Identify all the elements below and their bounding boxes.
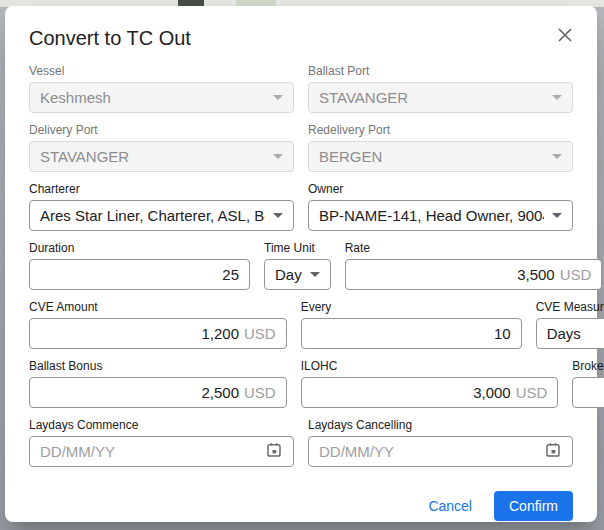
rate-label: Rate — [345, 241, 603, 255]
row-bonus-commissions: Ballast Bonus USD ILOHC USD Broker Commi… — [29, 359, 573, 408]
owner-label: Owner — [308, 182, 573, 196]
cve-amount-input[interactable] — [40, 325, 239, 342]
delivery-port-select: STAVANGER — [29, 141, 294, 172]
calendar-icon — [544, 441, 562, 462]
chevron-down-icon — [552, 213, 562, 218]
chevron-down-icon — [552, 95, 562, 100]
ilohc-box: USD — [301, 377, 559, 408]
cve-measurement-select[interactable]: Days — [536, 318, 604, 349]
time-unit-value: Day — [275, 266, 302, 283]
rate-box: USD — [345, 259, 603, 290]
every-input[interactable] — [312, 325, 511, 342]
convert-to-tc-out-dialog: Convert to TC Out Vessel Keshmesh Ballas… — [5, 6, 597, 522]
laydays-commence-box — [29, 436, 294, 467]
laydays-commence-input[interactable] — [40, 443, 259, 460]
ilohc-label: ILOHC — [301, 359, 559, 373]
rate-suffix: USD — [560, 266, 592, 283]
charterer-field: Charterer Ares Star Liner, Charterer, AS… — [29, 182, 294, 231]
ilohc-input[interactable] — [312, 384, 511, 401]
cancel-button[interactable]: Cancel — [420, 492, 480, 520]
laydays-cancelling-datepicker-button[interactable] — [544, 441, 562, 462]
owner-value: BP-NAME-141, Head Owner, 90046... — [319, 207, 544, 224]
vessel-field: Vessel Keshmesh — [29, 64, 294, 113]
laydays-cancelling-label: Laydays Cancelling — [308, 418, 573, 432]
laydays-cancelling-field: Laydays Cancelling — [308, 418, 573, 467]
redelivery-port-select: BERGEN — [308, 141, 573, 172]
vessel-value: Keshmesh — [40, 89, 265, 106]
time-unit-select[interactable]: Day — [264, 259, 331, 290]
laydays-commence-field: Laydays Commence — [29, 418, 294, 467]
duration-input[interactable] — [40, 266, 239, 283]
ballast-bonus-box: USD — [29, 377, 287, 408]
owner-select[interactable]: BP-NAME-141, Head Owner, 90046... — [308, 200, 573, 231]
duration-field: Duration — [29, 241, 250, 290]
row-delivery-redelivery: Delivery Port STAVANGER Redelivery Port … — [29, 123, 573, 172]
duration-box — [29, 259, 250, 290]
row-laydays: Laydays Commence Laydays Cancelling — [29, 418, 573, 467]
row-duration-rate: Duration Time Unit Day Rate USD Currency… — [29, 241, 573, 290]
chevron-down-icon — [273, 154, 283, 159]
dialog-title: Convert to TC Out — [29, 26, 191, 50]
redelivery-port-label: Redelivery Port — [308, 123, 573, 137]
close-icon — [557, 27, 573, 46]
confirm-button[interactable]: Confirm — [494, 491, 573, 521]
dialog-footer: Cancel Confirm — [29, 491, 573, 521]
charterer-value: Ares Star Liner, Charterer, ASL, Ber... — [40, 207, 265, 224]
row-cve: CVE Amount USD Every CVE Measurement Day… — [29, 300, 573, 349]
rate-input[interactable] — [356, 266, 555, 283]
delivery-port-label: Delivery Port — [29, 123, 294, 137]
chevron-down-icon — [273, 95, 283, 100]
charterer-label: Charterer — [29, 182, 294, 196]
vessel-select: Keshmesh — [29, 82, 294, 113]
broker-commission-box: % — [572, 377, 604, 408]
cve-measurement-label: CVE Measurement — [536, 300, 604, 314]
ballast-bonus-input[interactable] — [40, 384, 239, 401]
delivery-port-value: STAVANGER — [40, 148, 265, 165]
chevron-down-icon — [273, 213, 283, 218]
delivery-port-field: Delivery Port STAVANGER — [29, 123, 294, 172]
ilohc-field: ILOHC USD — [301, 359, 559, 408]
time-unit-field: Time Unit Day — [264, 241, 331, 290]
ballast-port-value: STAVANGER — [319, 89, 544, 106]
ballast-bonus-field: Ballast Bonus USD — [29, 359, 287, 408]
cve-measurement-field: CVE Measurement Days — [536, 300, 604, 349]
ballast-bonus-suffix: USD — [244, 384, 276, 401]
row-vessel-ballast: Vessel Keshmesh Ballast Port STAVANGER — [29, 64, 573, 113]
every-label: Every — [301, 300, 522, 314]
owner-field: Owner BP-NAME-141, Head Owner, 90046... — [308, 182, 573, 231]
cve-amount-suffix: USD — [244, 325, 276, 342]
dialog-header: Convert to TC Out — [29, 26, 573, 50]
redelivery-port-field: Redelivery Port BERGEN — [308, 123, 573, 172]
close-button[interactable] — [553, 24, 577, 48]
every-box — [301, 318, 522, 349]
laydays-commence-label: Laydays Commence — [29, 418, 294, 432]
ballast-port-select: STAVANGER — [308, 82, 573, 113]
every-field: Every — [301, 300, 522, 349]
ballast-port-field: Ballast Port STAVANGER — [308, 64, 573, 113]
ballast-bonus-label: Ballast Bonus — [29, 359, 287, 373]
ilohc-suffix: USD — [516, 384, 548, 401]
broker-commission-input[interactable] — [583, 384, 604, 401]
row-charterer-owner: Charterer Ares Star Liner, Charterer, AS… — [29, 182, 573, 231]
cve-amount-box: USD — [29, 318, 287, 349]
cve-measurement-value: Days — [547, 325, 604, 342]
ballast-port-label: Ballast Port — [308, 64, 573, 78]
cve-amount-field: CVE Amount USD — [29, 300, 287, 349]
laydays-commence-datepicker-button[interactable] — [265, 441, 283, 462]
duration-label: Duration — [29, 241, 250, 255]
broker-commission-label: Broker Commission — [572, 359, 604, 373]
redelivery-port-value: BERGEN — [319, 148, 544, 165]
chevron-down-icon — [552, 154, 562, 159]
charterer-select[interactable]: Ares Star Liner, Charterer, ASL, Ber... — [29, 200, 294, 231]
laydays-cancelling-input[interactable] — [319, 443, 538, 460]
vessel-label: Vessel — [29, 64, 294, 78]
chevron-down-icon — [310, 272, 320, 277]
broker-commission-field: Broker Commission % — [572, 359, 604, 408]
rate-field: Rate USD — [345, 241, 603, 290]
time-unit-label: Time Unit — [264, 241, 331, 255]
laydays-cancelling-box — [308, 436, 573, 467]
calendar-icon — [265, 441, 283, 462]
cve-amount-label: CVE Amount — [29, 300, 287, 314]
